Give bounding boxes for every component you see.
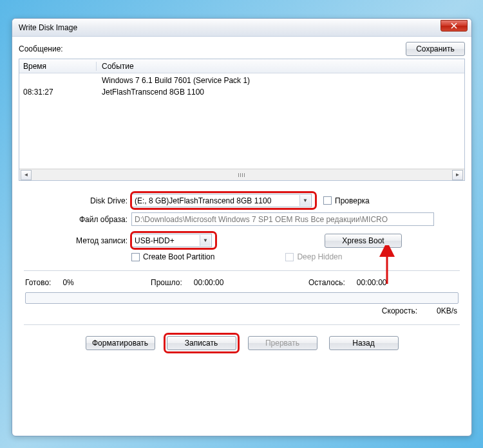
xpress-boot-button[interactable]: Xpress Boot: [325, 234, 402, 248]
write-method-label: Метод записи:: [19, 236, 131, 245]
separator: [24, 270, 460, 272]
create-boot-partition-checkbox[interactable]: [131, 253, 140, 261]
log-row: Windows 7 6.1 Build 7601 (Service Pack 1…: [19, 75, 464, 86]
status-row: Готово:0% Прошло:00:00:00 Осталось:00:00…: [19, 277, 465, 288]
scroll-grip-icon: [238, 173, 246, 177]
progress-bar: [25, 292, 459, 304]
create-boot-partition-label: Create Boot Partition: [143, 252, 214, 261]
abort-button: Прервать: [248, 336, 317, 350]
scroll-right-icon[interactable]: ►: [452, 170, 463, 180]
log-box: Время Событие Windows 7 6.1 Build 7601 (…: [19, 59, 465, 181]
titlebar[interactable]: Write Disk Image: [12, 19, 471, 37]
col-event-header[interactable]: Событие: [97, 62, 464, 71]
speed-row: Скорость:0KB/s: [19, 306, 465, 321]
scroll-left-icon[interactable]: ◄: [21, 170, 32, 180]
message-label: Сообщение:: [19, 44, 63, 53]
write-button[interactable]: Записать: [167, 336, 236, 350]
back-button[interactable]: Назад: [329, 336, 399, 350]
image-file-input[interactable]: D:\Downloads\Microsoft Windows 7 SP1 OEM…: [131, 212, 434, 226]
log-row: 08:31:27 JetFlashTranscend 8GB 1100: [19, 86, 464, 98]
separator: [24, 324, 460, 326]
log-header: Время Событие: [19, 59, 464, 73]
chevron-down-icon[interactable]: ▼: [200, 235, 211, 246]
deep-hidden-label: Deep Hidden: [297, 252, 342, 261]
close-button[interactable]: [440, 20, 468, 32]
save-button[interactable]: Сохранить: [406, 42, 465, 56]
button-bar: Форматировать Записать Прервать Назад: [19, 331, 465, 351]
deep-hidden-checkbox: [285, 253, 294, 261]
check-checkbox[interactable]: [323, 196, 332, 205]
write-disk-image-window: Write Disk Image Сообщение: Сохранить Вр…: [12, 18, 472, 436]
image-file-label: Файл образа:: [19, 215, 131, 224]
log-body: Windows 7 6.1 Build 7601 (Service Pack 1…: [19, 73, 464, 169]
horizontal-scrollbar[interactable]: ◄ ►: [19, 169, 464, 180]
write-method-select[interactable]: USB-HDD+ ▼: [131, 234, 212, 247]
disk-drive-select[interactable]: (E:, 8 GB)JetFlashTranscend 8GB 1100 ▼: [131, 194, 312, 207]
close-icon: [451, 23, 457, 29]
content-area: Сообщение: Сохранить Время Событие Windo…: [12, 37, 471, 436]
window-title: Write Disk Image: [19, 23, 77, 32]
disk-drive-label: Disk Drive:: [19, 196, 131, 205]
chevron-down-icon[interactable]: ▼: [299, 195, 310, 206]
col-time-header[interactable]: Время: [19, 62, 97, 71]
check-label: Проверка: [335, 196, 370, 205]
format-button[interactable]: Форматировать: [86, 336, 155, 350]
